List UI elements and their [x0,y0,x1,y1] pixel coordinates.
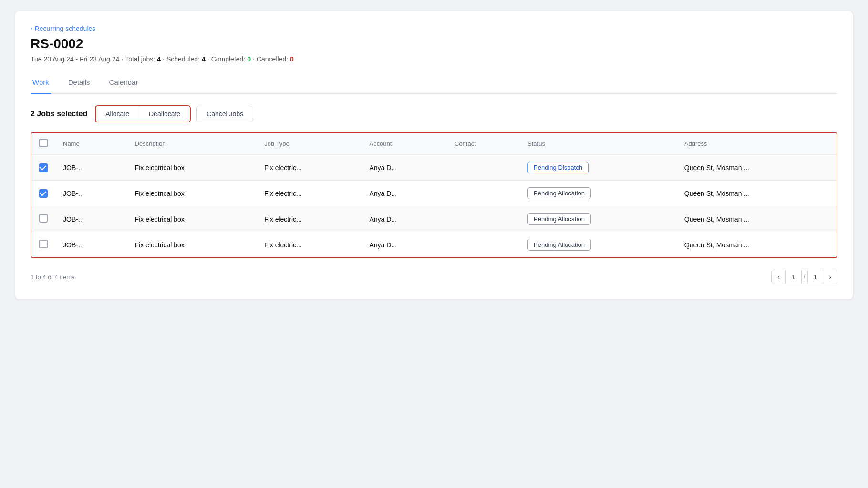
header-contact: Contact [447,133,520,155]
row-job-type: Fix electric... [257,181,362,206]
table-row: JOB-...Fix electrical boxFix electric...… [31,232,837,258]
cancel-jobs-button[interactable]: Cancel Jobs [196,106,253,122]
row-contact [447,232,520,258]
row-contact [447,181,520,206]
table-header-row: Name Description Job Type Account Contac… [31,133,837,155]
status-badge: Pending Allocation [527,239,591,251]
status-badge: Pending Allocation [527,213,591,225]
header-name: Name [55,133,127,155]
total-pages: 1 [808,270,824,284]
row-0-checkbox[interactable] [39,163,48,172]
row-description: Fix electrical box [127,155,257,181]
row-account: Anya D... [362,206,447,232]
row-description: Fix electrical box [127,181,257,206]
table-row: JOB-...Fix electrical boxFix electric...… [31,155,837,181]
row-contact [447,206,520,232]
row-address: Queen St, Mosman ... [677,181,837,206]
total-jobs-value: 4 [157,55,161,63]
table-body: JOB-...Fix electrical boxFix electric...… [31,155,837,258]
pagination-controls: ‹ 1 / 1 › [771,270,837,284]
row-job-type: Fix electric... [257,206,362,232]
tab-details[interactable]: Details [66,72,92,94]
row-1-checkbox[interactable] [39,189,48,198]
row-account: Anya D... [362,232,447,258]
header-status: Status [520,133,677,155]
prev-page-button[interactable]: ‹ [772,270,786,284]
row-job-type: Fix electric... [257,232,362,258]
header-checkbox-col [31,133,55,155]
tab-calendar[interactable]: Calendar [107,72,140,94]
row-name: JOB-... [55,181,127,206]
row-job-type: Fix electric... [257,155,362,181]
row-status: Pending Allocation [520,206,677,232]
row-checkbox-cell [31,206,55,232]
row-description: Fix electrical box [127,206,257,232]
row-address: Queen St, Mosman ... [677,155,837,181]
page-container: ‹ Recurring schedules RS-0002 Tue 20 Aug… [15,11,853,299]
jobs-table-wrapper: Name Description Job Type Account Contac… [31,132,837,258]
scheduled-value: 4 [202,55,206,63]
header-job-type: Job Type [257,133,362,155]
chevron-left-icon: ‹ [31,25,33,32]
status-badge: Pending Allocation [527,187,591,199]
table-row: JOB-...Fix electrical boxFix electric...… [31,206,837,232]
row-status: Pending Allocation [520,232,677,258]
toolbar: 2 Jobs selected Allocate Deallocate Canc… [31,105,837,122]
row-name: JOB-... [55,232,127,258]
select-all-checkbox[interactable] [39,139,48,147]
completed-label: Completed: [211,55,246,63]
row-status: Pending Dispatch [520,155,677,181]
tab-work[interactable]: Work [31,72,51,94]
row-name: JOB-... [55,155,127,181]
header-address: Address [677,133,837,155]
current-page: 1 [786,270,802,284]
date-range: Tue 20 Aug 24 - Fri 23 Aug 24 [31,55,119,63]
deallocate-button[interactable]: Deallocate [139,106,190,122]
total-jobs-label: Total jobs: [125,55,155,63]
meta-row: Tue 20 Aug 24 - Fri 23 Aug 24 · Total jo… [31,55,837,63]
status-badge: Pending Dispatch [527,162,589,173]
table-row: JOB-...Fix electrical boxFix electric...… [31,181,837,206]
row-3-checkbox[interactable] [39,240,48,248]
breadcrumb[interactable]: ‹ Recurring schedules [31,25,837,32]
scheduled-label: Scheduled: [166,55,200,63]
row-contact [447,155,520,181]
cancelled-label: Cancelled: [257,55,288,63]
page-separator: / [802,270,808,284]
jobs-table: Name Description Job Type Account Contac… [31,133,837,257]
jobs-selected-label: 2 Jobs selected [31,110,87,118]
action-btn-group: Allocate Deallocate [95,105,191,122]
header-account: Account [362,133,447,155]
page-title: RS-0002 [31,36,837,51]
row-description: Fix electrical box [127,232,257,258]
breadcrumb-label[interactable]: Recurring schedules [35,25,96,32]
header-description: Description [127,133,257,155]
tabs: Work Details Calendar [31,72,837,94]
row-address: Queen St, Mosman ... [677,232,837,258]
pagination: 1 to 4 of 4 items ‹ 1 / 1 › [31,268,837,286]
row-account: Anya D... [362,155,447,181]
row-checkbox-cell [31,181,55,206]
row-status: Pending Allocation [520,181,677,206]
next-page-button[interactable]: › [823,270,837,284]
pagination-info: 1 to 4 of 4 items [31,274,75,281]
row-2-checkbox[interactable] [39,214,48,223]
row-checkbox-cell [31,155,55,181]
completed-value: 0 [247,55,251,63]
row-account: Anya D... [362,181,447,206]
row-address: Queen St, Mosman ... [677,206,837,232]
row-name: JOB-... [55,206,127,232]
row-checkbox-cell [31,232,55,258]
cancelled-value: 0 [290,55,294,63]
allocate-button[interactable]: Allocate [96,106,139,122]
